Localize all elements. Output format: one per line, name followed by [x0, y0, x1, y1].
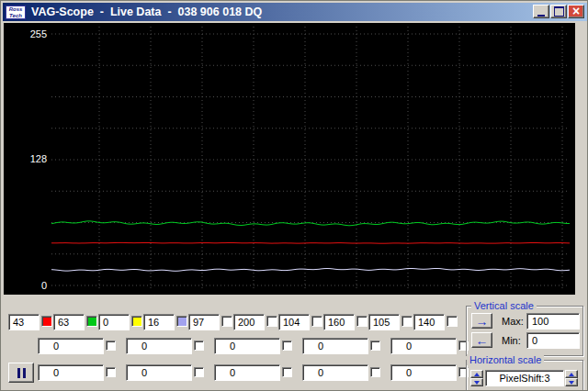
minimize-button[interactable]: [533, 5, 549, 18]
up-arrow-icon: [569, 373, 574, 376]
maximize-button[interactable]: [550, 5, 567, 18]
channel-cell: 0: [390, 364, 469, 381]
channel-cell: 0: [126, 364, 204, 381]
spin-up-button[interactable]: [470, 370, 483, 378]
oscilloscope-plot: 2551280: [4, 23, 575, 295]
channel-cell: 0: [302, 364, 380, 381]
pixelshift-value: PixelShift:3: [485, 370, 564, 386]
pixelshift-spinner-left: [470, 370, 483, 386]
app-logo-icon: Ross Tech: [6, 6, 26, 19]
channel-cell: 63: [53, 314, 97, 330]
channel-cell: 140: [413, 314, 458, 330]
channel-color-checkbox[interactable]: [401, 316, 413, 327]
channel-color-checkbox[interactable]: [221, 316, 232, 327]
svg-text:128: 128: [30, 153, 47, 164]
channel-row-2: 0 0 0 0 0: [38, 338, 469, 354]
channel-color-checkbox[interactable]: [86, 316, 97, 327]
max-label: Max:: [502, 316, 524, 327]
max-input[interactable]: [526, 313, 580, 330]
channel-checkbox[interactable]: [194, 367, 204, 377]
horizontal-scale-label: Horizontal scale: [467, 354, 544, 365]
channel-color-checkbox[interactable]: [41, 316, 52, 327]
spin-down-button[interactable]: [565, 378, 578, 386]
pixelshift-spinner-right: [565, 370, 578, 386]
channel-color-checkbox[interactable]: [356, 316, 368, 327]
max-arrow-button[interactable]: →: [471, 313, 492, 329]
pause-button[interactable]: [8, 363, 34, 383]
min-arrow-button[interactable]: ←: [471, 332, 492, 348]
channel-value-box: 0: [302, 338, 368, 354]
channel-value-box: 0: [214, 364, 280, 381]
min-input[interactable]: [526, 332, 580, 349]
svg-text:255: 255: [30, 28, 47, 39]
channel-checkbox[interactable]: [370, 367, 380, 377]
channel-value-box: 105: [368, 314, 400, 330]
app-window: Ross Tech VAG-Scope - Live Data - 038 90…: [0, 0, 588, 391]
channel-cell: 0: [214, 364, 292, 381]
channel-value-box: 200: [233, 314, 265, 330]
channel-row-1: 43 63 0 16 97 200 104 160: [8, 314, 458, 330]
channel-row-3: 0 0 0 0 0: [38, 364, 469, 381]
channel-value-box: 97: [188, 314, 220, 330]
channel-cell: 105: [368, 314, 413, 330]
channel-value-box: 0: [38, 364, 104, 381]
channel-checkbox[interactable]: [282, 341, 292, 351]
pause-icon: [23, 368, 26, 378]
channel-cell: 0: [38, 364, 116, 381]
channel-color-checkbox[interactable]: [131, 316, 142, 327]
channel-value-box: 0: [126, 338, 192, 354]
min-label: Min:: [502, 335, 521, 346]
vertical-scale-label: Vertical scale: [471, 300, 537, 311]
channel-value-box: 0: [126, 364, 192, 381]
channel-cell: 0: [38, 338, 116, 354]
titlebar[interactable]: Ross Tech VAG-Scope - Live Data - 038 90…: [3, 3, 587, 21]
channel-cell: 104: [278, 314, 322, 330]
channel-cell: 0: [214, 338, 292, 354]
channel-cell: 200: [233, 314, 277, 330]
channel-cell: 0: [302, 338, 380, 354]
channel-value-box: 0: [390, 364, 457, 381]
channel-checkbox[interactable]: [194, 341, 204, 351]
down-arrow-icon: [569, 381, 574, 385]
channel-checkbox[interactable]: [106, 341, 116, 351]
channel-checkbox[interactable]: [106, 367, 116, 377]
close-button[interactable]: [568, 5, 584, 18]
channel-cell: 0: [98, 314, 142, 330]
down-arrow-icon: [474, 381, 480, 385]
channel-color-checkbox[interactable]: [447, 316, 458, 327]
logo-line: Ross: [6, 6, 25, 13]
channel-cell: 16: [143, 314, 187, 330]
channel-color-checkbox[interactable]: [266, 316, 277, 327]
channel-cell: 43: [8, 314, 52, 330]
logo-line: Tech: [6, 13, 25, 19]
channel-value-box: 104: [278, 314, 310, 330]
channel-value-box: 43: [8, 314, 40, 330]
channel-checkbox[interactable]: [370, 341, 380, 351]
channel-value-box: 0: [390, 338, 457, 354]
up-arrow-icon: [474, 373, 480, 376]
channel-cell: 0: [126, 338, 204, 354]
channel-cell: 97: [188, 314, 232, 330]
plot-area: 2551280: [4, 23, 575, 295]
svg-text:0: 0: [41, 280, 47, 291]
channel-cell: 160: [323, 314, 368, 330]
spin-up-button[interactable]: [565, 370, 578, 378]
channel-value-box: 0: [98, 314, 130, 330]
channel-value-box: 0: [302, 364, 368, 381]
channel-value-box: 16: [143, 314, 175, 330]
spin-down-button[interactable]: [470, 378, 483, 386]
channel-value-box: 63: [53, 314, 85, 330]
channel-cell: 0: [390, 338, 469, 354]
channel-color-checkbox[interactable]: [176, 316, 187, 327]
channel-value-box: 0: [214, 338, 280, 354]
pause-icon: [17, 368, 20, 378]
channel-color-checkbox[interactable]: [311, 316, 322, 327]
channel-value-box: 160: [323, 314, 355, 330]
channel-checkbox[interactable]: [282, 367, 292, 377]
channel-value-box: 0: [38, 338, 104, 354]
channel-value-box: 140: [413, 314, 445, 330]
window-title: VAG-Scope - Live Data - 038 906 018 DQ: [31, 6, 262, 18]
